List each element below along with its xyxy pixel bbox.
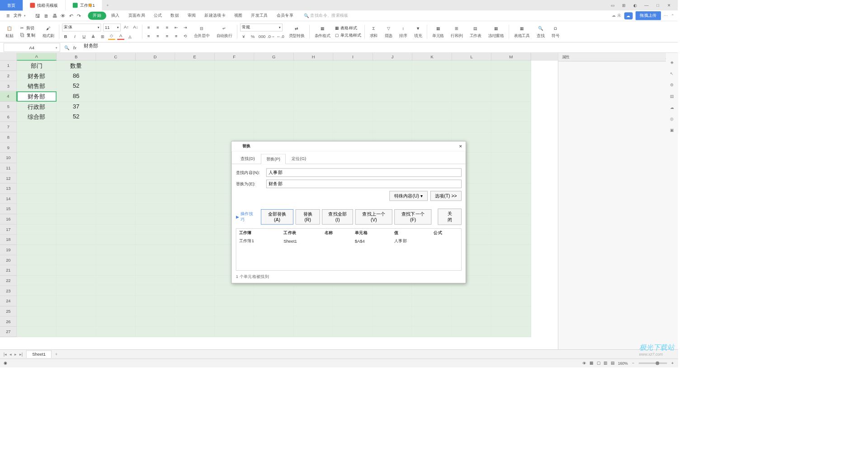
- new-tab-button[interactable]: +: [102, 3, 113, 8]
- row-header[interactable]: 24: [0, 296, 17, 306]
- cell[interactable]: [294, 317, 333, 327]
- cell[interactable]: [17, 122, 56, 132]
- cell[interactable]: [491, 225, 531, 235]
- cell[interactable]: [96, 225, 135, 235]
- cell[interactable]: [96, 102, 135, 112]
- cell[interactable]: [175, 245, 214, 255]
- cell[interactable]: [57, 132, 96, 143]
- cell[interactable]: [136, 286, 175, 296]
- cell[interactable]: [136, 71, 175, 81]
- cell[interactable]: [491, 173, 531, 183]
- save-icon[interactable]: 🖫: [35, 13, 40, 19]
- cell[interactable]: [215, 327, 254, 337]
- cell[interactable]: [452, 91, 491, 102]
- cell[interactable]: [333, 81, 373, 92]
- cloud-sync-icon[interactable]: ☁: [624, 12, 633, 19]
- cell[interactable]: [175, 71, 214, 81]
- close-button[interactable]: ✕: [664, 2, 674, 9]
- tips-link[interactable]: ▶操作技巧: [236, 211, 257, 223]
- cell[interactable]: [412, 91, 452, 102]
- cell[interactable]: [175, 91, 214, 102]
- tab-template[interactable]: 找稻壳模板: [23, 0, 66, 10]
- replace-input[interactable]: [266, 180, 462, 188]
- cell[interactable]: [175, 327, 214, 337]
- find-next-button[interactable]: 查找下一个(F): [395, 209, 432, 225]
- cell[interactable]: 86: [57, 71, 96, 81]
- tablestyle-icon[interactable]: ▦: [335, 25, 339, 30]
- backup-icon[interactable]: ☁: [670, 105, 674, 110]
- font-name-select[interactable]: 宋体▾: [62, 24, 101, 31]
- font-size-select[interactable]: 11▾: [103, 24, 121, 31]
- cell[interactable]: [491, 204, 531, 214]
- cell[interactable]: [175, 265, 214, 276]
- cell[interactable]: [57, 225, 96, 235]
- tab-formula[interactable]: 公式: [150, 11, 165, 20]
- cell[interactable]: [254, 61, 293, 71]
- cell[interactable]: [175, 173, 214, 183]
- cell[interactable]: [215, 102, 254, 112]
- cell[interactable]: [215, 286, 254, 296]
- cell[interactable]: [254, 122, 293, 132]
- cell[interactable]: [96, 112, 135, 122]
- cell[interactable]: [57, 204, 96, 214]
- cell[interactable]: [96, 317, 135, 327]
- cell[interactable]: [136, 296, 175, 306]
- cell[interactable]: [136, 61, 175, 71]
- cell[interactable]: [175, 102, 214, 112]
- rowscols-icon[interactable]: ⊞: [453, 25, 461, 33]
- tab-data[interactable]: 数据: [167, 11, 182, 20]
- minimize-button[interactable]: —: [641, 2, 651, 9]
- cell[interactable]: [17, 153, 56, 163]
- row-header[interactable]: 21: [0, 265, 17, 276]
- cell[interactable]: [215, 306, 254, 317]
- cell[interactable]: [452, 102, 491, 112]
- filter-icon[interactable]: ▽: [385, 25, 392, 33]
- cell[interactable]: [373, 327, 412, 337]
- row-header[interactable]: 7: [0, 122, 17, 132]
- cell[interactable]: [57, 173, 96, 183]
- indent-dec-icon[interactable]: ⇤: [173, 24, 180, 31]
- cell[interactable]: [333, 122, 373, 132]
- currency-icon[interactable]: ¥: [240, 33, 247, 40]
- row-header[interactable]: 2: [0, 71, 17, 81]
- cell[interactable]: [452, 71, 491, 81]
- undo-icon[interactable]: ↶: [69, 13, 73, 19]
- row-header[interactable]: 6: [0, 112, 17, 122]
- cell[interactable]: 部门: [17, 61, 56, 71]
- cell[interactable]: [412, 296, 452, 306]
- cell[interactable]: [215, 91, 254, 102]
- view-page-icon[interactable]: ▥: [604, 361, 607, 365]
- decrease-font-icon[interactable]: A↓: [132, 24, 139, 31]
- zoom-in-icon[interactable]: ＋: [670, 360, 675, 366]
- eye-icon[interactable]: 👁: [582, 361, 586, 365]
- fill-color-icon[interactable]: ◇: [108, 33, 115, 40]
- cell[interactable]: [57, 143, 96, 153]
- cell[interactable]: [373, 122, 412, 132]
- format-painter-icon[interactable]: 🖌: [44, 25, 52, 33]
- cell[interactable]: [215, 296, 254, 306]
- row-header[interactable]: 10: [0, 153, 17, 163]
- cell[interactable]: [294, 306, 333, 317]
- find-all-button[interactable]: 查找全部(I): [322, 209, 353, 225]
- cell[interactable]: [96, 173, 135, 183]
- zoom-level[interactable]: 160%: [618, 361, 628, 365]
- cell[interactable]: [452, 317, 491, 327]
- cell[interactable]: [491, 255, 531, 266]
- symbols-icon[interactable]: Ω: [552, 25, 559, 33]
- cell[interactable]: [373, 286, 412, 296]
- cell[interactable]: [17, 214, 56, 225]
- cell[interactable]: [96, 143, 135, 153]
- cell[interactable]: [136, 81, 175, 92]
- cell[interactable]: [136, 317, 175, 327]
- select-icon[interactable]: ↖: [670, 71, 674, 76]
- cell[interactable]: [17, 194, 56, 204]
- cell[interactable]: [254, 286, 293, 296]
- row-header[interactable]: 3: [0, 81, 17, 92]
- cell[interactable]: [17, 163, 56, 174]
- cell[interactable]: [175, 306, 214, 317]
- tab-home[interactable]: 首页: [0, 0, 23, 10]
- cut-icon[interactable]: ✂: [20, 25, 24, 30]
- cell[interactable]: [175, 143, 214, 153]
- add-sheet-button[interactable]: +: [55, 352, 57, 357]
- cell[interactable]: [57, 265, 96, 276]
